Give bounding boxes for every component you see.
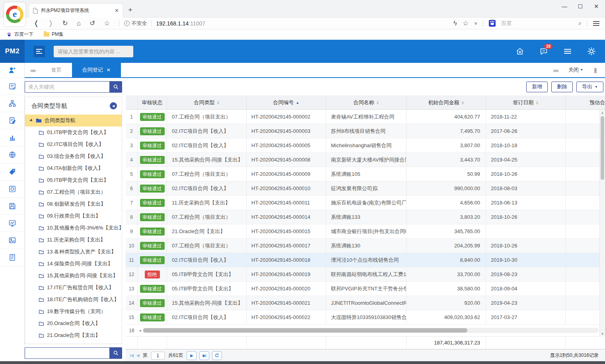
tabs-scroll-right-icon[interactable]: »» [553, 67, 558, 74]
table-row[interactable]: 13审核通过05.ITB甲骨文合同【支出】HT-20200429145-0000… [126, 282, 605, 296]
tree-item[interactable]: 18.ITE广告机购销合同【收入】 [25, 294, 122, 306]
tree-filter-input[interactable] [25, 347, 109, 359]
tree-item[interactable]: 02.ITC项目合同【收入】 [25, 138, 122, 150]
scroll-down-icon[interactable]: ▾ [600, 331, 605, 337]
global-search-input[interactable] [54, 46, 133, 57]
column-header[interactable]: 合同编号▲ [247, 95, 326, 109]
column-header[interactable]: 预估合同金额 [566, 95, 605, 109]
scroll-left-icon[interactable]: ◂ [138, 328, 142, 333]
vertical-scrollbar[interactable]: ▴ ▾ [599, 110, 605, 337]
form-icon[interactable] [0, 78, 24, 95]
keyword-search-button[interactable] [109, 81, 122, 93]
sidebar-toggle-icon[interactable] [33, 46, 45, 57]
delete-button[interactable]: 删除 [551, 82, 573, 92]
table-row[interactable]: 6审核通过02.ITC项目合同【收入】HT-20200429145-000010… [126, 181, 605, 196]
tree-item[interactable]: 20.Oracle合同【收入】 [25, 317, 122, 329]
last-page-button[interactable]: ▶| [199, 351, 209, 360]
column-header[interactable]: 合同名称▲▼ [326, 95, 407, 109]
tabs-scroll-left-icon[interactable]: «« [25, 67, 41, 74]
bookmark-baidu[interactable]: 百度一下 [6, 31, 33, 38]
table-row[interactable]: 1审核通过07.工程合同（项目支出）HT-20200429145-000002麦… [126, 110, 605, 124]
table-row[interactable]: 12拒绝05.ITB甲骨文合同【支出】HT-20200429145-000019… [126, 267, 605, 282]
tree-item[interactable]: 01.ITB甲骨文合同【收入】 [25, 127, 122, 138]
tree-item[interactable]: 10.其他服务合同-3%/6%【支出】 [25, 222, 122, 234]
security-indicator[interactable]: i 不安全 [124, 20, 147, 27]
first-page-icon[interactable]: |◀ [130, 353, 133, 358]
table-row[interactable]: 2审核通过02.ITC项目合同【收入】HT-20200429145-000003… [126, 124, 605, 138]
user-icon[interactable] [0, 63, 24, 78]
search-icon[interactable]: ⌕ [578, 20, 582, 27]
column-header[interactable]: 审核状态 [138, 95, 167, 109]
collapse-up-icon[interactable]: «« [593, 68, 599, 73]
tree-filter-search-button[interactable] [109, 347, 122, 359]
tab-close-icon[interactable]: ✕ [107, 67, 111, 73]
close-dropdown[interactable]: 关闭 ▼ [568, 66, 584, 74]
table-row[interactable]: 3审核通过02.ITC项目合同【收入】HT-20200429145-000005… [126, 138, 605, 153]
org-chart-icon[interactable] [0, 95, 24, 112]
save-icon[interactable] [0, 198, 24, 215]
scroll-up-icon[interactable]: ▴ [600, 110, 605, 115]
home-nav-icon[interactable] [515, 47, 525, 56]
add-button[interactable]: 新增 [526, 82, 548, 92]
refresh-icon[interactable]: ↻ [62, 20, 68, 27]
table-row[interactable]: 10审核通过07.工程合同（项目支出）HT-20200429145-000017… [126, 239, 605, 253]
panel-collapse-icon[interactable]: ◀ [110, 102, 117, 109]
tab-contract-register[interactable]: 合同登记 ✕ [72, 63, 121, 77]
messages-icon[interactable]: 10 [539, 47, 549, 56]
tree-item[interactable]: 14.保险类合同-间接【支出】 [25, 258, 122, 270]
bookmark-pm-folder[interactable]: PM集 [44, 31, 64, 38]
horizontal-scrollbar[interactable] [142, 328, 599, 333]
tree-item[interactable]: 09.行政类合同【支出】 [25, 210, 122, 222]
forward-icon[interactable]: ❭ [48, 20, 53, 27]
table-row[interactable]: 11审核通过02.ITC项目合同【收入】HT-20200429145-00001… [126, 253, 605, 267]
table-row[interactable]: 7审核通过11.历史采购合同【支出】HT-20200429145-000011施… [126, 196, 605, 210]
column-header[interactable]: 合同类型▲▼ [167, 95, 247, 109]
chevron-down-icon[interactable]: ∨ [474, 21, 477, 25]
tree-item[interactable]: 08.创新研发合同【支出】 [25, 198, 122, 210]
back-icon[interactable]: ❬ [33, 20, 39, 27]
chart-board-icon[interactable] [0, 215, 24, 232]
bar-chart-icon[interactable] [0, 129, 24, 146]
tree-item[interactable]: 04.ITA创新合同【收入】 [25, 162, 122, 174]
column-header[interactable]: 签订日期▲▼ [486, 95, 566, 109]
tree-item[interactable]: 15.其他采购合同-间接【支出】 [25, 270, 122, 282]
report-icon[interactable] [0, 249, 24, 266]
horizontal-scrollbar-thumb[interactable] [143, 328, 467, 333]
expand-caret-icon[interactable] [29, 119, 33, 123]
minimize-button[interactable]: — [561, 3, 568, 10]
maximize-button[interactable]: ☐ [577, 3, 584, 10]
column-header[interactable]: 初始合同金额▲▼ [407, 95, 486, 109]
tree-item[interactable]: 03.综合业务合同【收入】 [25, 150, 122, 162]
keyword-search-input[interactable] [25, 81, 109, 93]
tag-icon[interactable] [0, 164, 24, 181]
table-row[interactable]: 8审核通过07.工程合同（项目支出）HT-20200429145-000014系… [126, 210, 605, 224]
vertical-scrollbar-thumb[interactable] [601, 116, 604, 180]
lightning-icon[interactable]: ϟ [453, 20, 457, 27]
prev-page-icon[interactable]: ◀ [136, 353, 139, 358]
refresh-grid-button[interactable] [212, 351, 222, 360]
tree-item[interactable]: 07.工程合同（项目支出） [25, 186, 122, 198]
tree-item[interactable]: 13.各种类型投入资产【支出】 [25, 246, 122, 258]
settings-gear-icon[interactable] [587, 47, 596, 56]
table-row[interactable]: 14审核通过15.其他采购合同-间接【支出】HT-20200429145-000… [126, 296, 605, 310]
table-row[interactable]: 9审核通过21.Oracle合同【支出】HT-20200429145-00001… [126, 224, 605, 239]
browser-menu-icon[interactable] [593, 20, 599, 27]
export-button[interactable]: 导出▼ [576, 82, 603, 92]
tree-root-node[interactable]: 合同类型导航 [25, 115, 122, 127]
tree-item[interactable]: 21.Oracle合同【支出】 [25, 329, 122, 341]
bookmark-star-icon[interactable]: ☆ [104, 20, 110, 27]
app-menu-icon[interactable] [563, 47, 572, 56]
new-tab-button[interactable]: + [128, 6, 132, 14]
favorite-star-icon[interactable]: ☆ [463, 20, 469, 27]
home-icon[interactable]: ⌂ [77, 20, 81, 27]
tree-item[interactable]: 19.数字传媒分包（支同） [25, 306, 122, 317]
frame-icon[interactable] [0, 181, 24, 198]
browser-tab-close-icon[interactable]: ✕ [115, 8, 119, 14]
tree-item[interactable]: 11.历史采购合同【支出】 [25, 234, 122, 246]
table-row[interactable]: 5审核通过07.工程合同（项目支出）HT-20200429145-000009系… [126, 167, 605, 181]
window-close-button[interactable]: ✕ [593, 3, 599, 10]
undo-icon[interactable]: ↺ [89, 20, 95, 27]
image-icon[interactable] [0, 232, 24, 249]
page-number-input[interactable] [151, 352, 165, 360]
tree-item[interactable]: 05.ITB甲骨文合同【支出】 [25, 174, 122, 186]
